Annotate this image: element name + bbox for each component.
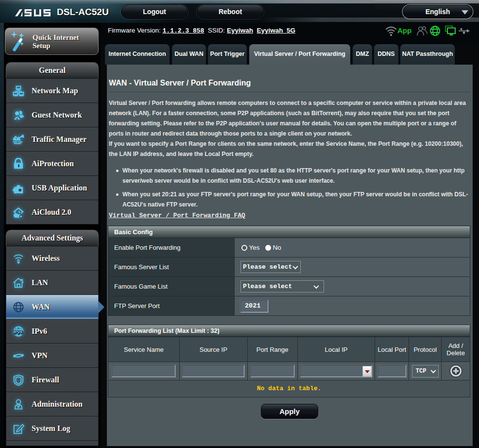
svg-text:IPv6: IPv6 xyxy=(13,329,22,334)
